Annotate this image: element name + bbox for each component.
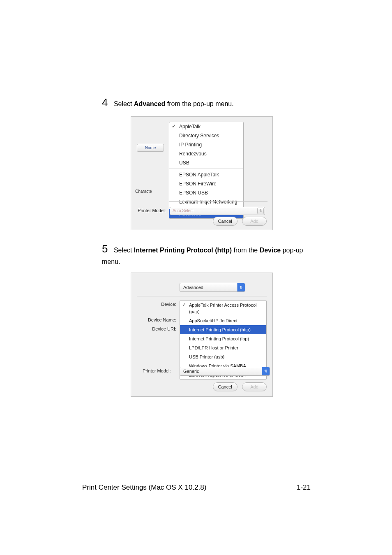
step-4-number: 4 (102, 95, 108, 111)
step-5-text: Select Internet Printing Protocol (http)… (102, 247, 303, 265)
menu-item-ip-printing[interactable]: IP Printing (169, 140, 243, 149)
advanced-popup-value: Advanced (183, 285, 203, 290)
menu-item-epson-appletalk[interactable]: EPSON AppleTalk (169, 170, 243, 179)
add-button[interactable]: Add (242, 382, 267, 391)
menu-item-lexmark-inkjet[interactable]: Lexmark Inkjet Networking (169, 197, 243, 206)
footer-title: Print Center Settings (Mac OS X 10.2.8) (82, 483, 206, 492)
printer-model-label: Printer Model: (143, 368, 171, 373)
printer-model-value: Generic (183, 369, 199, 374)
printer-model-select[interactable]: Auto Select ⇅ (170, 207, 265, 215)
cancel-button[interactable]: Cancel (213, 382, 238, 391)
printer-model-value: Auto Select (170, 208, 194, 213)
menu-separator (169, 169, 243, 169)
step-5-number: 5 (102, 241, 108, 257)
device-label: Device: (136, 302, 176, 307)
add-button[interactable]: Add (242, 217, 267, 226)
menu-item-lpd[interactable]: LPD/LPR Host or Printer (180, 343, 266, 352)
printer-model-label: Printer Model: (138, 208, 166, 213)
printer-list-column: Name Characte (131, 142, 169, 194)
menu-item-usb[interactable]: USB Printer (usb) (180, 352, 266, 361)
updown-icon: ⇅ (237, 283, 245, 291)
page-footer: Print Center Settings (Mac OS X 10.2.8) … (82, 480, 311, 492)
step-4: 4 Select Advanced from the pop-up menu. (102, 95, 310, 111)
footer-page-number: 1-21 (297, 483, 311, 492)
name-column-header: Name (137, 144, 164, 152)
document-page: 4 Select Advanced from the pop-up menu. … (0, 0, 392, 555)
divider (169, 201, 267, 202)
menu-item-directory-services[interactable]: Directory Services (169, 131, 243, 140)
charset-label: Characte (135, 189, 152, 194)
dialog-buttons: Cancel Add (210, 217, 267, 226)
menu-item-epson-usb[interactable]: EPSON USB (169, 188, 243, 197)
screenshot-device-menu: Advanced ⇅ Device: Device Name: Device U… (131, 273, 273, 397)
screenshot-advanced-menu: Name Characte AppleTalk Directory Servic… (131, 116, 273, 230)
connection-type-menu[interactable]: AppleTalk Directory Services IP Printing… (169, 122, 244, 219)
menu-item-rendezvous[interactable]: Rendezvous (169, 149, 243, 158)
step-4-text: Select Advanced from the pop-up menu. (114, 100, 234, 107)
menu-item-epson-firewire[interactable]: EPSON FireWire (169, 179, 243, 188)
dialog-buttons: Cancel Add (210, 382, 267, 391)
menu-item-ipp-http[interactable]: Internet Printing Protocol (http) (180, 325, 266, 334)
updown-icon: ⇅ (257, 208, 264, 214)
cancel-button[interactable]: Cancel (213, 217, 238, 226)
advanced-popup-button[interactable]: Advanced ⇅ (180, 283, 245, 292)
menu-item-jetdirect[interactable]: AppSocket/HP JetDirect (180, 316, 266, 325)
menu-item-ipp[interactable]: Internet Printing Protocol (ipp) (180, 334, 266, 343)
device-uri-label: Device URI: (136, 326, 176, 331)
menu-item-pap[interactable]: AppleTalk Printer Access Protocol (pap) (180, 301, 266, 316)
updown-icon: ⇅ (262, 367, 270, 375)
device-name-label: Device Name: (136, 317, 176, 322)
divider (137, 296, 267, 296)
menu-item-appletalk[interactable]: AppleTalk (169, 122, 243, 131)
menu-item-usb[interactable]: USB (169, 158, 243, 167)
step-5: 5 Select Internet Printing Protocol (htt… (102, 241, 310, 267)
printer-model-select[interactable]: Generic ⇅ (180, 367, 270, 376)
